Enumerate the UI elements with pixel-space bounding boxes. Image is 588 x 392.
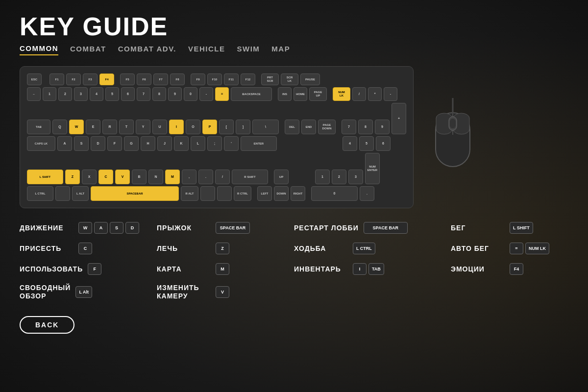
key-num9: 9 [375,120,390,134]
key-lctrl: L CTRL [27,186,53,201]
key-rctrl: R CTRL [234,186,251,201]
key-k: K [174,136,189,151]
key-badge-f4: F4 [510,263,523,275]
key-5: 5 [105,87,119,101]
key-period: . [198,170,213,184]
key-f3: F3 [83,74,98,85]
key-lbracket: [ [219,120,234,134]
key-badge-c: C [78,243,92,254]
key-v: V [115,170,130,184]
page-title: KEY GUIDE [20,14,568,39]
key-f11: F11 [224,74,239,85]
map-label: КАРТА [157,265,211,273]
key-7: 7 [137,87,150,101]
binding-col-1: ДВИЖЕНИЕ W A S D ПРИСЕСТЬ C ИСПОЛЬЗОВАТЬ… [20,222,157,309]
tab-combat-adv[interactable]: COMBAT ADV. [118,45,176,55]
key-f5: F5 [120,74,135,85]
key-2: 2 [58,87,72,101]
tab-bar: COMMON COMBAT COMBAT ADV. VEHICLE SWIM M… [20,44,568,55]
key-num8: 8 [358,120,373,134]
sprint-label: БЕГ [451,224,505,232]
key-badge-s: S [110,222,123,234]
key-badge-i: I [353,263,367,275]
key-numminus: - [384,87,397,101]
emote-label: ЭМОЦИИ [451,265,505,273]
autosprint-keys: = NUM LK [510,243,549,254]
key-y: Y [136,120,150,134]
inventory-label: ИНВЕНТАРЬ [294,265,348,273]
key-0: 0 [184,87,197,101]
key-pause: PAUSE [300,74,320,85]
tab-common[interactable]: COMMON [20,44,58,55]
key-badge-lshift: L SHIFT [510,222,533,234]
key-badge-lctrl: L CTRL [353,243,375,254]
key-badge-f: F [88,263,101,275]
restart-keys: SPACE BAR [364,222,408,234]
tab-combat[interactable]: COMBAT [70,45,106,55]
key-q: Q [52,120,67,134]
key-f12: F12 [241,74,255,85]
tab-vehicle[interactable]: VEHICLE [188,45,225,55]
key-9: 9 [168,87,182,101]
binding-prone: ЛЕЧЬ Z [157,243,284,254]
key-backslash: \ [252,120,279,134]
key-x: X [82,170,97,184]
key-down: DOWN [274,186,289,201]
key-numenter: NUMENTER [365,153,380,184]
key-d: D [91,136,105,151]
key-up: UP [274,170,289,184]
binding-emote: ЭМОЦИИ F4 [451,263,578,275]
mouse-diagram [428,98,477,176]
binding-use: ИСПОЛЬЗОВАТЬ F [20,263,147,275]
bindings-section: ДВИЖЕНИЕ W A S D ПРИСЕСТЬ C ИСПОЛЬЗОВАТЬ… [20,222,568,309]
key-pagedown: PAGEDOWN [318,120,336,134]
keyboard-area: ESC F1 F2 F3 F4 F5 F6 F7 F8 F9 F10 F11 F… [20,66,568,208]
camera-keys: V [216,286,229,298]
restart-label: РЕСТАРТ ЛОББИ [294,224,359,232]
key-f7: F7 [153,74,168,85]
key-rshift: R SHIFT [232,170,268,184]
key-badge-lalt: L Alt [75,286,92,298]
key-m: M [165,170,180,184]
key-spacebar: SPACEBAR [91,186,179,201]
key-e: E [86,120,100,134]
binding-restart: РЕСТАРТ ЛОББИ SPACE BAR [294,222,441,234]
key-a: A [57,136,72,151]
key-tab: TAB [27,120,50,134]
tab-map[interactable]: MAP [271,45,290,55]
binding-jump: ПРЫЖОК SPACE BAR [157,222,284,234]
key-f1: F1 [49,74,64,85]
svg-rect-5 [450,119,456,128]
map-keys: M [216,263,229,275]
key-u: U [152,120,167,134]
key-w: W [69,120,84,134]
key-p: P [202,120,217,134]
movement-label: ДВИЖЕНИЕ [20,224,74,232]
key-c: C [98,170,113,184]
key-f8: F8 [170,74,185,85]
key-8: 8 [152,87,166,101]
key-tilde: ~ [27,87,41,101]
key-numplus: + [392,103,406,134]
key-3: 3 [74,87,88,101]
key-numstar: * [368,87,382,101]
key-6: 6 [121,87,135,101]
key-numslash: / [352,87,366,101]
back-button[interactable]: BACK [20,316,74,334]
crouch-keys: C [78,243,92,254]
key-n: N [148,170,163,184]
use-label: ИСПОЛЬЗОВАТЬ [20,265,83,273]
inventory-keys: I TAB [353,263,384,275]
key-backspace: BACKSPACE [231,87,272,101]
key-num3: 3 [348,170,363,184]
key-f2: F2 [66,74,81,85]
key-f6: F6 [137,74,151,85]
walk-keys: L CTRL [353,243,375,254]
movement-keys: W A S D [78,222,139,234]
key-menu [217,186,232,201]
emote-keys: F4 [510,263,523,275]
key-badge-space1: SPACE BAR [216,222,250,234]
key-badge-space2: SPACE BAR [364,222,408,234]
key-minus: - [199,87,213,101]
tab-swim[interactable]: SWIM [237,45,260,55]
